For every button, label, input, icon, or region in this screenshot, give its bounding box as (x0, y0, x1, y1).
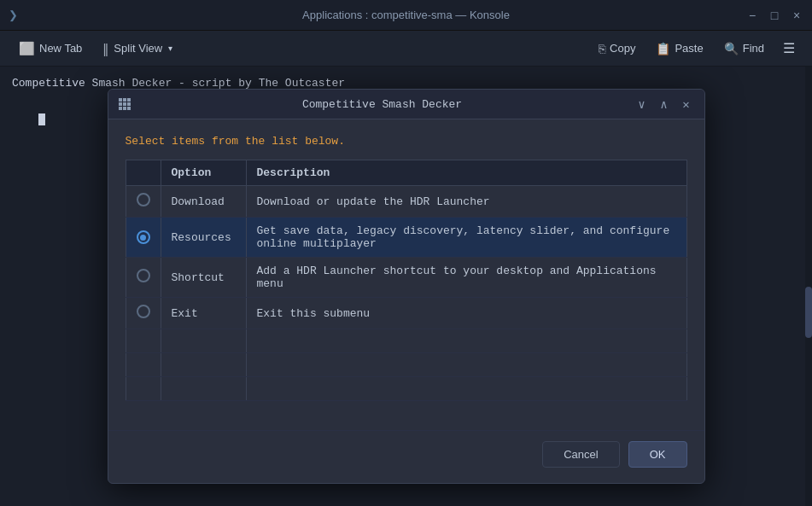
new-tab-button[interactable]: ⬜ New Tab (10, 37, 91, 61)
scrollbar[interactable] (805, 67, 812, 506)
dialog-minimize-button[interactable]: ∨ (634, 96, 650, 112)
dialog: Competitive Smash Decker ∨ ∧ ✕ Select it… (108, 89, 705, 484)
find-button[interactable]: 🔍 Find (716, 38, 773, 60)
split-view-icon: ‖ (102, 41, 109, 56)
option-cell-resources: Resources (161, 218, 246, 258)
hamburger-button[interactable]: ☰ (776, 38, 802, 60)
radio-exit[interactable] (137, 305, 150, 318)
radio-resources[interactable] (137, 230, 150, 244)
dialog-maximize-button[interactable]: ∧ (657, 96, 672, 112)
option-cell-exit: Exit (161, 298, 246, 329)
dialog-title: Competitive Smash Decker (131, 98, 634, 111)
scrollbar-thumb[interactable] (805, 287, 812, 338)
split-view-label: Split View (114, 42, 162, 55)
col-description-header: Description (246, 160, 686, 186)
title-bar-controls: − □ × (745, 9, 803, 22)
radio-download[interactable] (137, 193, 150, 206)
copy-icon: ⎘ (599, 42, 605, 55)
empty-row (126, 377, 686, 401)
terminal-icon: ❯ (9, 9, 18, 21)
terminal-cursor (38, 113, 45, 125)
copy-button[interactable]: ⎘ Copy (590, 38, 644, 60)
find-icon: 🔍 (724, 42, 739, 55)
terminal-area: Competitive Smash Decker - script by The… (0, 67, 812, 506)
options-table: Option Description DownloadDownload or u… (126, 160, 687, 401)
maximize-button[interactable]: □ (768, 9, 781, 22)
dialog-subtitle: Select items from the list below. (126, 135, 687, 148)
option-cell-download: Download (161, 186, 246, 218)
toolbar-right: ⎘ Copy 📋 Paste 🔍 Find ☰ (590, 38, 802, 60)
dialog-titlebar: Competitive Smash Decker ∨ ∧ ✕ (108, 90, 704, 119)
dialog-title-left (119, 98, 131, 110)
dialog-body: Select items from the list below. Option… (108, 119, 704, 430)
dialog-overlay: Competitive Smash Decker ∨ ∧ ✕ Select it… (0, 67, 812, 506)
radio-cell-exit[interactable] (126, 298, 161, 329)
radio-cell-shortcut[interactable] (126, 258, 161, 298)
hamburger-icon: ☰ (783, 42, 795, 55)
table-row[interactable]: ExitExit this submenu (126, 298, 686, 329)
col-radio-header (126, 160, 161, 186)
toolbar: ⬜ New Tab ‖ Split View ▾ ⎘ Copy 📋 Paste … (0, 31, 812, 67)
split-view-button[interactable]: ‖ Split View ▾ (94, 37, 181, 61)
close-button[interactable]: × (790, 9, 803, 22)
title-bar-left: ❯ (9, 9, 18, 21)
radio-cell-resources[interactable] (126, 218, 161, 258)
description-cell-download: Download or update the HDR Launcher (246, 186, 686, 218)
paste-label: Paste (675, 42, 703, 55)
radio-shortcut[interactable] (137, 269, 150, 282)
radio-cell-download[interactable] (126, 186, 161, 218)
table-row[interactable]: DownloadDownload or update the HDR Launc… (126, 186, 686, 218)
ok-button[interactable]: OK (628, 441, 687, 468)
table-header-row: Option Description (126, 160, 686, 186)
dialog-close-button[interactable]: ✕ (679, 96, 694, 112)
cancel-button[interactable]: Cancel (542, 441, 619, 468)
table-row[interactable]: ShortcutAdd a HDR Launcher shortcut to y… (126, 258, 686, 298)
title-bar: ❯ Applications : competitive-sma — Konso… (0, 0, 812, 31)
find-label: Find (743, 42, 764, 55)
empty-row (126, 329, 686, 353)
option-cell-shortcut: Shortcut (161, 258, 246, 298)
table-row[interactable]: ResourcesGet save data, legacy discovery… (126, 218, 686, 258)
window-title: Applications : competitive-sma — Konsole (302, 9, 510, 21)
empty-row (126, 353, 686, 377)
col-option-header: Option (161, 160, 246, 186)
subtitle-end: below. (298, 135, 345, 148)
paste-icon: 📋 (656, 42, 670, 55)
subtitle-static: Select items from the (126, 135, 272, 148)
copy-label: Copy (610, 42, 635, 55)
description-cell-shortcut: Add a HDR Launcher shortcut to your desk… (246, 258, 686, 298)
dialog-footer: Cancel OK (108, 430, 704, 483)
dialog-grid-icon (119, 98, 131, 110)
dialog-title-controls: ∨ ∧ ✕ (634, 96, 694, 112)
split-view-chevron-icon: ▾ (168, 44, 172, 53)
radio-inner-resources (140, 235, 146, 241)
new-tab-icon: ⬜ (19, 41, 35, 56)
description-cell-exit: Exit this submenu (246, 298, 686, 329)
minimize-button[interactable]: − (745, 9, 759, 22)
subtitle-highlight: list (272, 135, 298, 148)
description-cell-resources: Get save data, legacy discovery, latency… (246, 218, 686, 258)
paste-button[interactable]: 📋 Paste (647, 38, 711, 60)
new-tab-label: New Tab (39, 42, 82, 55)
